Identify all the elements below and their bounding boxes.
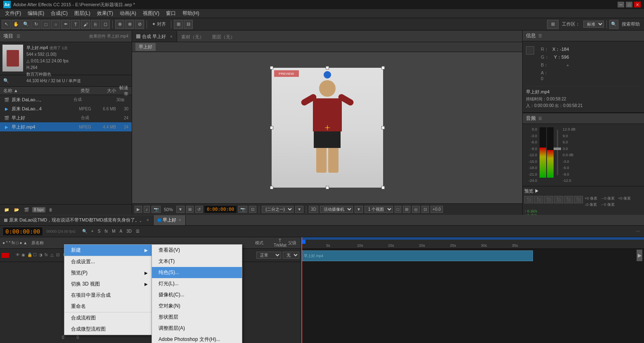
- comp-tab-close-0[interactable]: ×: [170, 34, 173, 39]
- close-button[interactable]: ✕: [634, 2, 641, 7]
- audio-slider-thumb[interactable]: [554, 148, 561, 150]
- track-motion-btn[interactable]: △: [50, 252, 56, 258]
- file-item-0[interactable]: 🎬 原来 DaLao...。 合成 30 ⊞: [0, 95, 132, 104]
- minimize-button[interactable]: ─: [618, 2, 624, 7]
- align-right[interactable]: ⬛: [544, 196, 553, 203]
- align-bottom[interactable]: ⬛: [574, 196, 583, 203]
- sub-item-light[interactable]: 灯光(L)...: [152, 278, 242, 289]
- col-name-header[interactable]: 名称 ▲: [3, 88, 75, 94]
- handle-bl[interactable]: [270, 186, 273, 189]
- ctx-item-preview[interactable]: 预览(P) ▶: [64, 267, 154, 279]
- ctx-item-showcomp[interactable]: 在项目中显示合成: [64, 290, 154, 301]
- tool-brush[interactable]: 🖌: [81, 20, 90, 29]
- ctx-item-3dview[interactable]: 切换 3D 视图 ▶: [64, 279, 154, 290]
- ctx-item-compsettings[interactable]: 合成设置...: [64, 256, 154, 267]
- tool-snap2[interactable]: ⊟: [184, 20, 193, 29]
- clip-bar-1[interactable]: 早上好.mp4: [302, 250, 533, 261]
- vt-snapshot-btn[interactable]: 📷: [152, 206, 161, 213]
- vt-view-btn2[interactable]: ⊞: [403, 206, 410, 213]
- timeline-end-marker[interactable]: ▶: [637, 250, 642, 261]
- menu-view[interactable]: 视图(V): [140, 9, 163, 18]
- handle-ml[interactable]: [270, 126, 273, 129]
- vt-fit-btn[interactable]: ⊞: [186, 206, 194, 213]
- ctx-item-miniflowchart[interactable]: 合成微型流程图: [64, 324, 154, 335]
- tl-tab-close-0[interactable]: ×: [147, 218, 149, 222]
- handle-tm[interactable]: [326, 66, 329, 69]
- effect-controls-tab[interactable]: 效果控件 早上好.mp4: [89, 33, 128, 39]
- handle-tl[interactable]: [270, 66, 273, 69]
- vt-region-btn[interactable]: ⊡: [249, 206, 256, 213]
- sub-item-viewer[interactable]: 查看器(V): [152, 245, 242, 256]
- handle-mr[interactable]: [381, 126, 385, 129]
- tl-tab-1[interactable]: 早上好 ×: [154, 215, 186, 225]
- menu-file[interactable]: 文件(F): [2, 9, 24, 18]
- align-top[interactable]: ⬛: [554, 196, 563, 203]
- menu-edit[interactable]: 编辑(E): [24, 9, 47, 18]
- vt-view-btn3[interactable]: ◎: [412, 206, 420, 213]
- video-frame[interactable]: PREVIEW: [272, 68, 383, 188]
- ctx-item-flowchart[interactable]: 合成流程图: [64, 312, 154, 324]
- tool-stamp[interactable]: ⎘: [91, 20, 100, 29]
- align-center[interactable]: ⬛: [534, 196, 543, 203]
- tl-layer-btn[interactable]: ☰: [134, 228, 141, 234]
- vt-view-btn4[interactable]: ⊡: [421, 206, 429, 213]
- tool-hand[interactable]: ✋: [12, 20, 21, 29]
- tl-adj-btn[interactable]: A: [118, 228, 124, 234]
- delete-button[interactable]: 🗑: [47, 207, 54, 213]
- menu-layer[interactable]: 图层(L): [71, 9, 94, 18]
- col-type-header[interactable]: 类型: [75, 88, 95, 94]
- vt-view-btn1[interactable]: □: [395, 206, 401, 213]
- menu-window[interactable]: 窗口: [163, 9, 179, 18]
- sub-item-adjustlayer[interactable]: 调整图层(A): [152, 323, 242, 334]
- vt-camera-btn[interactable]: 📷: [238, 206, 247, 213]
- vt-quality-select[interactable]: (二分之一) 完整: [262, 206, 294, 213]
- handle-br[interactable]: [381, 186, 385, 189]
- tl-search-btn[interactable]: 🔍: [80, 228, 89, 234]
- tool-puppet3[interactable]: ⊘: [135, 20, 144, 29]
- vt-camera-dropdown[interactable]: ▼: [355, 206, 363, 213]
- info-panel-menu[interactable]: ☰: [538, 33, 542, 38]
- tl-solo-btn[interactable]: S: [96, 228, 102, 234]
- tool-text[interactable]: T: [71, 20, 80, 29]
- vt-camera-select[interactable]: 活动摄像机: [320, 206, 353, 213]
- sub-item-camera[interactable]: 摄像机(C)...: [152, 289, 242, 300]
- tl-motion-btn[interactable]: M: [110, 228, 117, 234]
- track-solo-btn[interactable]: ◉: [21, 252, 27, 258]
- menu-effects[interactable]: 效果(T): [94, 9, 116, 18]
- vt-audio-btn[interactable]: ♪: [144, 206, 150, 213]
- vt-3d-btn[interactable]: 3D: [309, 206, 318, 213]
- col-size-header[interactable]: 大小: [95, 88, 116, 94]
- tl-3d-btn[interactable]: 3D: [125, 228, 133, 234]
- align-middle[interactable]: ⬛: [564, 196, 573, 203]
- tool-zoom[interactable]: 🔍: [21, 20, 31, 29]
- search-help-icon[interactable]: 🔍: [609, 20, 618, 29]
- maximize-button[interactable]: □: [626, 2, 632, 7]
- new-item-button[interactable]: 📁: [2, 207, 11, 213]
- tl-effect-btn[interactable]: fx: [103, 228, 109, 234]
- vt-quality-dropdown[interactable]: ▼: [295, 206, 303, 213]
- track-lock-btn[interactable]: 🔒: [27, 252, 33, 258]
- tl-options-btn[interactable]: ⋯: [634, 228, 642, 234]
- timeline-timecode[interactable]: 0:00:00:00: [2, 227, 43, 236]
- tool-puppet[interactable]: ⊕: [115, 20, 124, 29]
- tl-tab-close-1[interactable]: ×: [179, 218, 181, 222]
- project-panel-menu[interactable]: ☰: [17, 34, 20, 38]
- info-plus-btn[interactable]: +: [566, 63, 569, 68]
- handle-tr[interactable]: [381, 66, 385, 69]
- track-3d-btn[interactable]: ⊡: [56, 252, 62, 258]
- tool-snap[interactable]: ⊞: [174, 20, 183, 29]
- tool-shape1[interactable]: □: [41, 20, 50, 29]
- tool-eraser[interactable]: ◻: [101, 20, 110, 29]
- track-effects-btn[interactable]: fx: [45, 252, 50, 258]
- file-item-1[interactable]: ▶ 原来 DaLao...4 MPEG 6.6 MB 30: [0, 104, 132, 113]
- vt-zoom-dropdown[interactable]: ▼: [176, 206, 185, 213]
- vt-timecode[interactable]: 0:00:00:00: [204, 206, 237, 213]
- sub-item-null[interactable]: 空对象(N): [152, 300, 242, 312]
- new-comp-button[interactable]: 🎬: [22, 207, 31, 213]
- new-folder-button[interactable]: 📂: [12, 207, 21, 213]
- tl-add-btn[interactable]: +: [90, 228, 95, 234]
- tool-shape2[interactable]: ○: [51, 20, 60, 29]
- vt-preview-btn[interactable]: ▶: [135, 206, 142, 213]
- menu-animate[interactable]: 动画(A): [116, 9, 140, 18]
- sub-item-text[interactable]: 文本(T): [152, 256, 242, 267]
